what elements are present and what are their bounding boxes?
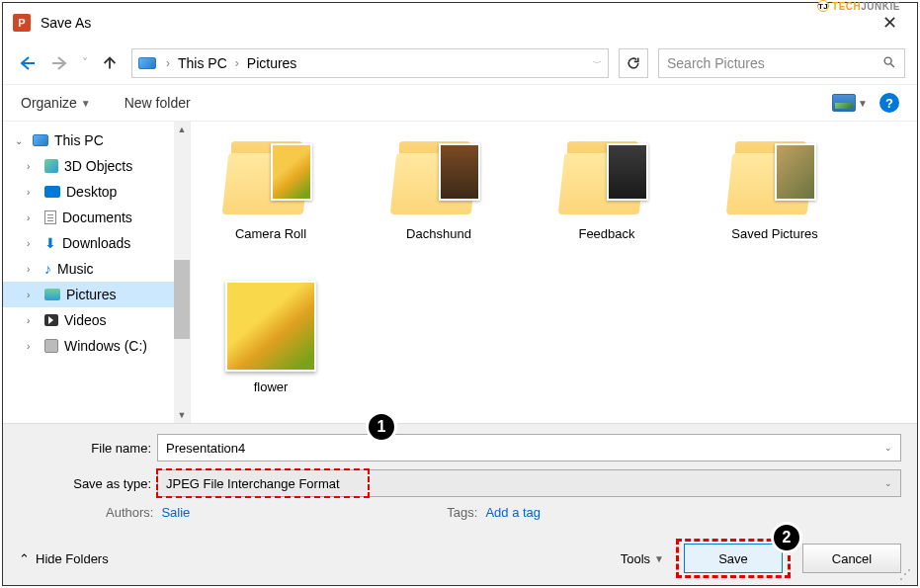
tree-item-downloads[interactable]: › ⬇ Downloads bbox=[3, 230, 190, 256]
image-thumbnail bbox=[225, 281, 316, 372]
search-input[interactable]: Search Pictures bbox=[658, 48, 905, 78]
chevron-right-icon[interactable]: › bbox=[166, 56, 170, 70]
view-menu[interactable]: ▼ bbox=[832, 94, 868, 112]
disk-icon bbox=[44, 339, 58, 353]
view-icon bbox=[832, 94, 856, 112]
download-icon: ⬇ bbox=[44, 235, 56, 251]
close-button[interactable]: ✕ bbox=[873, 8, 907, 38]
search-icon bbox=[882, 55, 896, 72]
item-label: flower bbox=[254, 379, 289, 394]
authors-value[interactable]: Salie bbox=[161, 505, 190, 520]
pc-icon bbox=[33, 134, 48, 146]
svg-point-0 bbox=[884, 57, 891, 64]
tree-item-this-pc[interactable]: ⌄ This PC bbox=[3, 127, 190, 153]
search-placeholder: Search Pictures bbox=[667, 55, 765, 71]
expand-icon[interactable]: › bbox=[27, 161, 39, 172]
desktop-icon bbox=[44, 186, 60, 198]
expand-icon[interactable]: › bbox=[27, 315, 39, 326]
pictures-icon bbox=[44, 289, 60, 300]
chevron-down-icon: ▼ bbox=[81, 98, 91, 109]
powerpoint-icon: P bbox=[13, 14, 31, 32]
tree-item-videos[interactable]: › Videos bbox=[3, 307, 190, 333]
content-pane[interactable]: Camera Roll Dachshund Feedback Saved Pic… bbox=[191, 122, 917, 423]
address-bar[interactable]: › This PC › Pictures ﹀ bbox=[131, 48, 609, 78]
dialog-title: Save As bbox=[41, 15, 91, 31]
refresh-button[interactable] bbox=[619, 48, 648, 78]
tree-item-documents[interactable]: › Documents bbox=[3, 205, 190, 230]
savetype-value: JPEG File Interchange Format bbox=[166, 476, 340, 491]
tree-label: Documents bbox=[62, 210, 132, 225]
help-button[interactable]: ? bbox=[879, 93, 899, 113]
hide-folders-button[interactable]: ⌃ Hide Folders bbox=[19, 551, 109, 566]
dialog-window: P Save As ✕ ˅ › This PC › Pictures ﹀ Se bbox=[2, 2, 918, 586]
folder-icon bbox=[225, 137, 316, 218]
chevron-up-icon: ⌃ bbox=[19, 551, 30, 566]
breadcrumb-this-pc[interactable]: This PC bbox=[178, 55, 227, 71]
folder-icon bbox=[729, 137, 820, 218]
resize-grip-icon[interactable]: ⋰ bbox=[899, 567, 911, 579]
folder-item-saved-pictures[interactable]: Saved Pictures bbox=[711, 137, 839, 241]
tree-item-desktop[interactable]: › Desktop bbox=[3, 179, 190, 205]
tree-item-windows-c[interactable]: › Windows (C:) bbox=[3, 333, 190, 359]
scroll-down-button[interactable]: ▼ bbox=[174, 407, 190, 423]
item-label: Dachshund bbox=[406, 226, 471, 241]
expand-icon[interactable]: › bbox=[27, 238, 39, 249]
tree-label: This PC bbox=[54, 132, 104, 148]
organize-button[interactable]: Organize▼ bbox=[21, 95, 91, 111]
save-button[interactable]: Save bbox=[684, 544, 783, 573]
expand-icon[interactable]: › bbox=[27, 264, 39, 275]
chevron-down-icon: ▼ bbox=[654, 553, 664, 564]
nav-up-button[interactable] bbox=[98, 51, 122, 75]
videos-icon bbox=[44, 314, 58, 326]
expand-icon[interactable]: › bbox=[27, 341, 39, 352]
cancel-button[interactable]: Cancel bbox=[802, 544, 901, 573]
titlebar: P Save As ✕ bbox=[3, 3, 917, 42]
nav-back-button[interactable] bbox=[15, 51, 39, 75]
chevron-right-icon[interactable]: › bbox=[235, 56, 239, 70]
tree-label: Pictures bbox=[66, 287, 117, 302]
breadcrumb-pictures[interactable]: Pictures bbox=[247, 55, 297, 71]
folder-icon bbox=[561, 137, 652, 218]
item-label: Feedback bbox=[578, 226, 634, 241]
tools-menu[interactable]: Tools ▼ bbox=[621, 551, 664, 566]
music-icon: ♪ bbox=[44, 261, 51, 277]
dialog-body: ▲ ⌄ This PC › 3D Objects › Desktop › Doc… bbox=[3, 122, 917, 423]
cube-icon bbox=[44, 159, 58, 173]
tree-item-3d-objects[interactable]: › 3D Objects bbox=[3, 153, 190, 179]
filename-dropdown-icon[interactable]: ⌄ bbox=[884, 443, 892, 453]
folder-item-camera-roll[interactable]: Camera Roll bbox=[207, 137, 335, 241]
new-folder-button[interactable]: New folder bbox=[125, 95, 191, 111]
nav-history-dropdown[interactable]: ˅ bbox=[82, 56, 88, 70]
tree-item-pictures[interactable]: › Pictures bbox=[3, 282, 190, 307]
tree-label: Videos bbox=[64, 312, 107, 328]
expand-icon[interactable]: › bbox=[27, 212, 39, 223]
chevron-down-icon: ▼ bbox=[858, 98, 868, 109]
nav-forward-button[interactable] bbox=[48, 51, 72, 75]
expand-icon[interactable]: › bbox=[27, 290, 39, 300]
expand-icon[interactable]: ⌄ bbox=[15, 135, 27, 146]
savetype-dropdown[interactable]: JPEG File Interchange Format ⌄ bbox=[157, 469, 901, 497]
annotation-number-1: 1 bbox=[366, 411, 397, 443]
documents-icon bbox=[44, 210, 56, 224]
scroll-up-button[interactable]: ▲ bbox=[174, 122, 190, 137]
tags-value[interactable]: Add a tag bbox=[485, 505, 541, 520]
filename-input[interactable]: Presentation4 ⌄ bbox=[157, 434, 901, 462]
scrollbar-thumb[interactable] bbox=[174, 260, 190, 339]
savetype-dropdown-icon[interactable]: ⌄ bbox=[884, 478, 892, 488]
tree-label: Downloads bbox=[62, 235, 130, 251]
file-item-flower[interactable]: flower bbox=[207, 281, 335, 394]
nav-row: ˅ › This PC › Pictures ﹀ Search Pictures bbox=[3, 42, 917, 84]
tree-label: Windows (C:) bbox=[64, 338, 147, 354]
item-label: Camera Roll bbox=[235, 226, 306, 241]
folder-item-dachshund[interactable]: Dachshund bbox=[375, 137, 503, 241]
this-pc-icon bbox=[138, 55, 158, 71]
folder-tree: ▲ ⌄ This PC › 3D Objects › Desktop › Doc… bbox=[3, 122, 191, 423]
folder-icon bbox=[393, 137, 484, 218]
savetype-label: Save as type: bbox=[19, 476, 157, 491]
address-dropdown-icon[interactable]: ﹀ bbox=[593, 57, 602, 70]
tree-item-music[interactable]: › ♪ Music bbox=[3, 256, 190, 282]
authors-label: Authors: bbox=[106, 505, 153, 520]
expand-icon[interactable]: › bbox=[27, 187, 39, 198]
filename-label: File name: bbox=[19, 441, 157, 456]
folder-item-feedback[interactable]: Feedback bbox=[543, 137, 671, 241]
